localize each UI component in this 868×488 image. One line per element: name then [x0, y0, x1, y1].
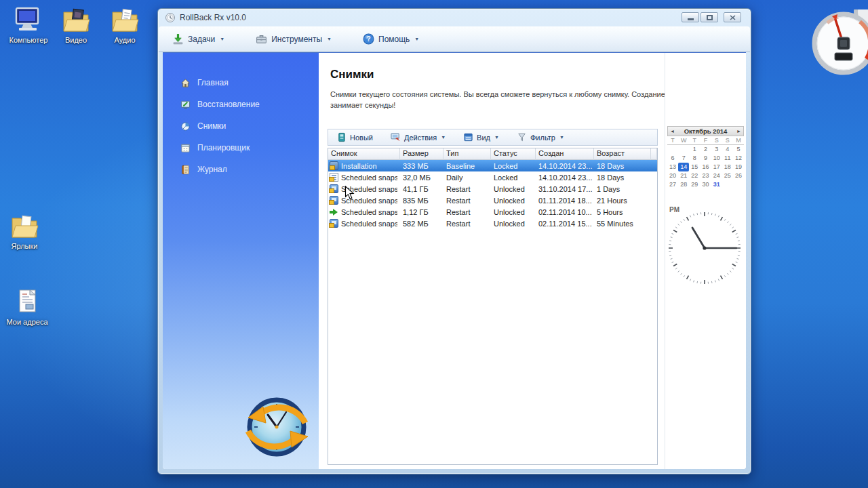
calendar-day[interactable]: 20 [667, 171, 678, 180]
calendar-day[interactable]: 23 [700, 171, 711, 180]
menu-tools[interactable]: Инструменты ▼ [252, 30, 336, 47]
chevron-down-icon: ▼ [441, 135, 446, 140]
sidebar-item-journal[interactable]: Журнал [163, 159, 319, 180]
calendar-day[interactable]: 8 [689, 154, 700, 163]
audio-folder-icon [110, 7, 140, 34]
menu-tasks[interactable]: Задачи ▼ [168, 30, 229, 47]
cpu-gauge-icon [810, 9, 868, 77]
tools-icon [256, 33, 267, 45]
snapshot-type: Restart [443, 208, 491, 216]
calendar-next-button[interactable]: ► [736, 129, 741, 134]
column-header[interactable]: Статус [491, 148, 536, 160]
calendar-day[interactable]: 24 [711, 171, 722, 180]
menubar: Задачи ▼ Инструменты ▼ ? Помощь ▼ [159, 26, 750, 52]
snapshot-age: 1 Days [594, 185, 651, 193]
snapshot-type: Restart [443, 185, 491, 193]
actions-button[interactable]: Действия ▼ [388, 131, 448, 144]
calendar-day[interactable]: 29 [689, 180, 700, 189]
calendar-day[interactable]: 21 [678, 171, 689, 180]
calendar-day[interactable]: 12 [733, 154, 744, 163]
desktop-icon-label: Ярлыки [0, 242, 53, 250]
calendar-day[interactable]: 25 [722, 171, 733, 180]
document-icon [12, 289, 42, 316]
table-row[interactable]: Installation333 МБBaselineLocked14.10.20… [328, 160, 657, 171]
desktop-icon-label: Аудио [96, 36, 153, 44]
sidebar-item-label: Восстановление [197, 100, 260, 109]
snapshot-created: 01.11.2014 18... [536, 197, 594, 205]
calendar-day[interactable]: 14 [678, 163, 689, 171]
calendar-day[interactable]: 22 [689, 171, 700, 180]
view-button[interactable]: Вид ▼ [460, 131, 502, 144]
table-row[interactable]: Scheduled snaps...32,0 МБDailyLocked14.1… [328, 171, 657, 183]
new-snapshot-button[interactable]: Новый [334, 131, 376, 144]
snapshot-toolbar: Новый Действия ▼ Вид ▼ Фильтр ▼ [328, 129, 658, 146]
snapshot-table: СнимокРазмерТипСтатусСозданВозраст Insta… [328, 148, 658, 465]
sidebar-item-restore[interactable]: Восстановление [163, 94, 319, 115]
column-header[interactable]: Возраст [594, 148, 651, 160]
snapshot-age: 55 Minutes [594, 220, 651, 228]
calendar-day[interactable]: 31 [711, 180, 722, 189]
app-icon [165, 12, 176, 23]
close-button[interactable] [724, 12, 741, 22]
snapshot-name-cell: Installation [328, 161, 400, 170]
calendar-day[interactable]: 30 [700, 180, 711, 189]
snapshot-size: 1,12 ГБ [400, 208, 443, 216]
snapshot-name-cell: Scheduled snaps... [328, 219, 400, 228]
calendar-day[interactable]: 6 [667, 154, 678, 163]
menu-help[interactable]: ? Помощь ▼ [359, 30, 423, 47]
calendar-day[interactable]: 28 [678, 180, 689, 189]
page-description: Снимки текущего состояния системы. Вы вс… [330, 89, 722, 111]
calendar-day[interactable]: 10 [711, 154, 722, 163]
desktop-icon-my-addresses[interactable]: Мои адреса [0, 289, 56, 326]
calendar-day[interactable]: 7 [678, 154, 689, 163]
clock-hour-hand [692, 228, 705, 248]
calendar-day[interactable]: 2 [700, 145, 711, 154]
filter-button[interactable]: Фильтр ▼ [514, 131, 567, 144]
help-icon: ? [363, 33, 374, 45]
table-row[interactable]: Scheduled snaps...41,1 ГБRestartUnlocked… [328, 183, 657, 195]
snapshot-status: Unlocked [491, 220, 536, 228]
calendar-day[interactable]: 9 [700, 154, 711, 163]
calendar-day[interactable]: 3 [711, 145, 722, 154]
calendar-day[interactable]: 16 [700, 163, 711, 171]
calendar-day[interactable]: 13 [667, 163, 678, 171]
column-header[interactable]: Снимок [328, 148, 400, 160]
mouse-cursor [344, 186, 355, 201]
maximize-button[interactable] [701, 12, 718, 22]
sidebar-item-home[interactable]: Главная [163, 72, 319, 94]
calendar-day[interactable]: 17 [711, 163, 722, 171]
cpu-meter-gadget[interactable] [810, 9, 868, 77]
sidebar-item-snapshots[interactable]: Снимки [163, 115, 319, 137]
sidebar-item-label: Планировщик [197, 143, 250, 152]
desktop-icon-audio[interactable]: Аудио [96, 7, 153, 44]
calendar-day[interactable]: 19 [733, 163, 744, 171]
calendar-day[interactable]: 5 [733, 145, 744, 154]
calendar-day[interactable]: 26 [733, 171, 744, 180]
table-row[interactable]: Scheduled snaps...835 МБRestartUnlocked0… [328, 195, 657, 206]
calendar-prev-button[interactable]: ◄ [670, 129, 675, 134]
chevron-down-icon: ▼ [494, 135, 499, 140]
snapshot-size: 41,1 ГБ [400, 185, 443, 193]
chevron-down-icon: ▼ [414, 37, 419, 41]
table-row[interactable]: Scheduled snaps...582 МБRestartUnlocked0… [328, 218, 657, 229]
table-row[interactable]: Scheduled snaps...1,12 ГБRestartUnlocked… [328, 206, 657, 218]
calendar-day[interactable]: 15 [689, 163, 700, 171]
scheduler-icon [180, 143, 191, 153]
titlebar[interactable]: RollBack Rx v10.0 [158, 9, 751, 26]
computer-icon [14, 7, 43, 34]
column-header[interactable]: Тип [443, 148, 491, 160]
page-title: Снимки [330, 68, 374, 81]
column-header[interactable]: Создан [536, 148, 594, 160]
desktop-icon-shortcuts[interactable]: Ярлыки [0, 213, 53, 250]
calendar-day[interactable]: 1 [689, 145, 700, 154]
doc-lock-icon [330, 173, 338, 182]
calendar-day[interactable]: 18 [722, 163, 733, 171]
snapshot-size: 835 МБ [400, 197, 443, 205]
sidebar-item-scheduler[interactable]: Планировщик [163, 137, 319, 159]
calendar-day[interactable]: 4 [722, 145, 733, 154]
column-header[interactable]: Размер [400, 148, 443, 160]
pc-lock-icon [330, 219, 338, 228]
calendar-day[interactable]: 27 [667, 180, 678, 189]
minimize-button[interactable] [682, 12, 699, 22]
calendar-day[interactable]: 11 [722, 154, 733, 163]
